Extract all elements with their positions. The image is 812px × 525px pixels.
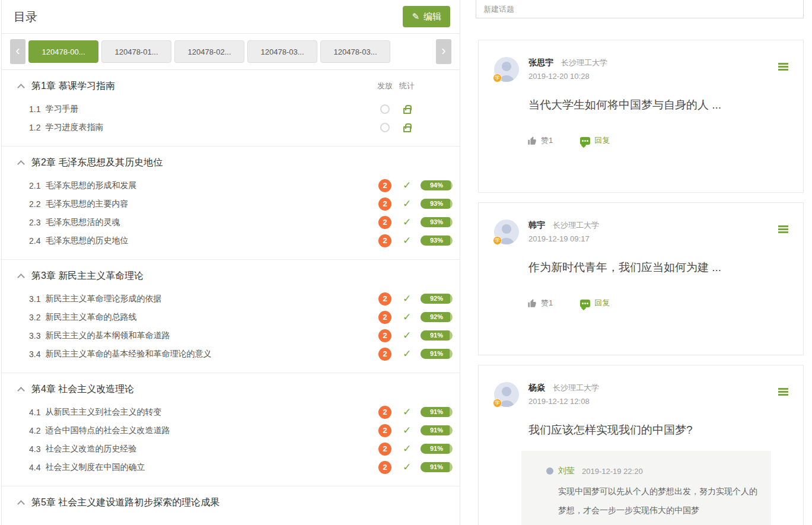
- section-status: 2✓91%: [377, 424, 460, 437]
- section-row[interactable]: 3.3新民主主义的基本纲领和革命道路2✓91%: [2, 326, 460, 345]
- collapse-caret-icon[interactable]: [17, 273, 25, 281]
- section-row[interactable]: 3.1新民主主义革命理论形成的依据2✓92%: [2, 289, 460, 308]
- lock-icon[interactable]: [403, 108, 411, 114]
- hamburger-menu-icon[interactable]: [778, 63, 788, 71]
- section-title: 学习手册: [45, 104, 78, 114]
- section-title: 新民主主义的基本纲领和革命道路: [45, 330, 170, 341]
- discussion-panel: 学张思宇长沙理工大学2019-12-20 10:28当代大学生如何将中国梦与自身…: [476, 0, 808, 525]
- section-number: 3.4: [29, 349, 40, 359]
- completion-pill[interactable]: 91%: [421, 462, 453, 472]
- edit-button[interactable]: ✎ 编辑: [403, 6, 450, 27]
- section-title: 毛泽东思想的形成和发展: [45, 180, 136, 191]
- collapse-caret-icon[interactable]: [17, 500, 25, 508]
- chapter-heading[interactable]: 第4章 社会主义改造理论: [2, 380, 460, 398]
- task-count-badge[interactable]: 2: [378, 406, 391, 419]
- lock-icon[interactable]: [403, 126, 411, 132]
- task-count-badge[interactable]: 2: [378, 348, 391, 361]
- percent-slot: 91%: [421, 444, 453, 454]
- section-title: 社会主义改造的历史经验: [45, 444, 136, 454]
- task-count-badge[interactable]: 2: [378, 198, 391, 211]
- new-topic-input[interactable]: [476, 0, 804, 18]
- section-row[interactable]: 1.1学习手册: [2, 100, 460, 118]
- section-title: 学习进度表指南: [45, 122, 103, 133]
- class-tab-1[interactable]: 120478-01...: [101, 40, 171, 63]
- percent-slot: 93%: [421, 217, 453, 227]
- column-headers: 发放统计: [377, 81, 460, 91]
- task-count-badge[interactable]: 2: [378, 443, 391, 456]
- section-row[interactable]: 2.3毛泽东思想活的灵魂2✓93%: [2, 213, 460, 231]
- completion-pill[interactable]: 91%: [421, 349, 453, 359]
- task-count-badge[interactable]: 2: [378, 292, 391, 306]
- column-header-stats: 统计: [399, 81, 415, 91]
- collapse-caret-icon[interactable]: [17, 387, 25, 394]
- section-number: 4.3: [29, 444, 40, 454]
- completion-pill[interactable]: 91%: [421, 330, 453, 341]
- class-tab-2[interactable]: 120478-02...: [174, 40, 244, 63]
- check-icon: ✓: [403, 406, 411, 418]
- class-tab-0[interactable]: 120478-00...: [28, 40, 98, 63]
- collapse-caret-icon[interactable]: [17, 84, 25, 91]
- chevron-left-icon[interactable]: ‹: [10, 39, 26, 64]
- completion-pill[interactable]: 93%: [421, 217, 453, 227]
- task-count-badge[interactable]: 2: [378, 179, 391, 192]
- like-button[interactable]: 赞1: [527, 298, 553, 308]
- stats-slot: ✓: [399, 292, 415, 305]
- completion-pill[interactable]: 93%: [421, 199, 453, 209]
- section-row[interactable]: 4.3社会主义改造的历史经验2✓91%: [2, 440, 460, 458]
- section-title: 毛泽东思想的主要内容: [45, 199, 128, 209]
- like-button[interactable]: 赞1: [527, 135, 553, 146]
- section-row[interactable]: 4.1从新民主主义到社会主义的转变2✓91%: [2, 403, 460, 421]
- topic-meta: 杨焱长沙理工大学2019-12-12 12:08: [528, 382, 599, 406]
- hamburger-menu-icon[interactable]: [778, 225, 788, 233]
- release-slot: 2: [377, 461, 393, 474]
- chapter-heading[interactable]: 第2章 毛泽东思想及其历史地位: [2, 154, 460, 171]
- hamburger-menu-icon[interactable]: [778, 388, 788, 396]
- task-count-badge[interactable]: 2: [378, 234, 391, 247]
- topic-title[interactable]: 我们应该怎样实现我们的中国梦?: [528, 422, 788, 438]
- chevron-right-icon[interactable]: ›: [436, 39, 451, 64]
- section-row[interactable]: 3.4新民主主义革命的基本经验和革命理论的意义2✓91%: [2, 345, 460, 363]
- unreleased-circle-icon[interactable]: [380, 123, 390, 132]
- section-row[interactable]: 1.2学习进度表指南: [2, 118, 460, 136]
- bubble-dots: [582, 303, 584, 304]
- section-row[interactable]: 4.4社会主义制度在中国的确立2✓91%: [2, 458, 460, 476]
- check-icon: ✓: [403, 234, 411, 247]
- collapse-caret-icon[interactable]: [17, 160, 25, 168]
- task-count-badge[interactable]: 2: [378, 424, 391, 437]
- task-count-badge[interactable]: 2: [378, 461, 391, 474]
- completion-pill[interactable]: 92%: [421, 312, 453, 322]
- completion-pill[interactable]: 93%: [421, 236, 453, 246]
- completion-pill[interactable]: 91%: [421, 425, 453, 435]
- chapter-heading[interactable]: 第1章 慕课学习指南发放统计: [2, 77, 460, 95]
- class-tab-3[interactable]: 120478-03...: [247, 40, 317, 63]
- chapter-heading[interactable]: 第5章 社会主义建设道路初步探索的理论成果: [2, 494, 460, 511]
- completion-label: 91%: [421, 462, 453, 472]
- chapter-heading[interactable]: 第3章 新民主主义革命理论: [2, 267, 460, 285]
- section-row[interactable]: 3.2新民主主义革命的总路线2✓92%: [2, 308, 460, 326]
- section-row[interactable]: 2.2毛泽东思想的主要内容2✓93%: [2, 195, 460, 213]
- task-count-badge[interactable]: 2: [378, 311, 391, 324]
- section-row[interactable]: 4.2适合中国特点的社会主义改造道路2✓91%: [2, 421, 460, 440]
- completion-pill[interactable]: 91%: [421, 444, 453, 454]
- task-count-badge[interactable]: 2: [378, 329, 391, 342]
- section-row[interactable]: 2.1毛泽东思想的形成和发展2✓94%: [2, 176, 460, 195]
- class-tab-4[interactable]: 120478-03...: [320, 40, 390, 63]
- topic-title[interactable]: 当代大学生如何将中国梦与自身的人 ...: [528, 97, 788, 113]
- chapter-list: 第1章 慕课学习指南发放统计1.1学习手册1.2学习进度表指南第2章 毛泽东思想…: [2, 70, 460, 521]
- section-number: 1.2: [29, 123, 40, 132]
- section-status: 2✓94%: [377, 179, 460, 192]
- release-slot: 2: [377, 406, 393, 419]
- topic-title[interactable]: 作为新时代青年，我们应当如何为建 ...: [528, 260, 788, 275]
- unreleased-circle-icon[interactable]: [380, 104, 390, 114]
- completion-pill[interactable]: 94%: [421, 180, 453, 190]
- completion-pill[interactable]: 92%: [421, 294, 453, 304]
- task-count-badge[interactable]: 2: [378, 216, 391, 229]
- topic-date: 2019-12-20 10:28: [528, 72, 607, 81]
- reply-button[interactable]: 回复: [580, 135, 610, 146]
- release-slot: 2: [377, 198, 393, 211]
- completion-pill[interactable]: 91%: [421, 407, 453, 417]
- section-row[interactable]: 2.4毛泽东思想的历史地位2✓93%: [2, 231, 460, 250]
- reply-button[interactable]: 回复: [580, 298, 610, 308]
- menu-bars: [778, 391, 788, 393]
- stats-slot: ✓: [399, 443, 415, 455]
